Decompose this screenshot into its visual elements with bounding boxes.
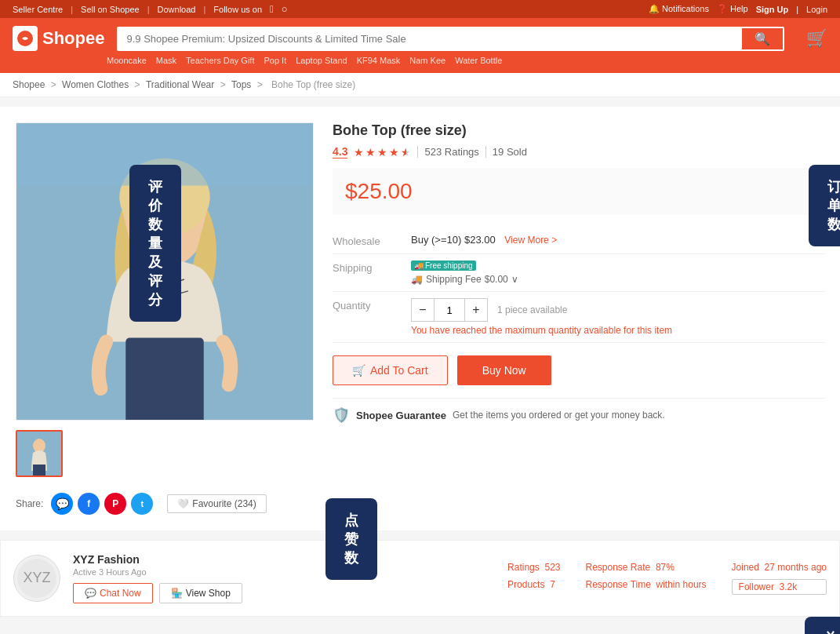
view-shop-label: View Shop — [186, 588, 231, 599]
follow-us-label: Follow us on — [213, 5, 262, 14]
qty-input[interactable] — [434, 299, 465, 321]
products-stat-value: 7 — [550, 579, 555, 590]
add-to-cart-button[interactable]: 🛒 Add To Cart — [333, 355, 448, 385]
thumbnail-row — [16, 430, 314, 477]
breadcrumb-women-clothes[interactable]: Women Clothes — [62, 79, 129, 90]
qty-increase-button[interactable]: + — [465, 299, 487, 321]
follower-value: 3.2k — [780, 581, 798, 592]
shipping-fee-row: 🚚 Shipping Fee $0.00 ∨ — [411, 274, 824, 285]
login-link[interactable]: Login — [806, 5, 827, 14]
free-ship-badge: 🚚 Free shipping — [411, 261, 476, 271]
qty-decrease-button[interactable]: − — [412, 299, 434, 321]
cart-icon[interactable]: 🛒 — [806, 28, 827, 49]
quantity-label: Quantity — [333, 298, 411, 312]
search-input[interactable] — [117, 27, 740, 51]
qty-control: − + — [411, 298, 488, 322]
response-time-stat: Response Time within hours — [585, 579, 706, 590]
product-main-image — [16, 122, 314, 421]
joined-stat: Joined 27 months ago — [732, 562, 827, 573]
quick-link-nam-kee[interactable]: Nam Kee — [409, 56, 445, 65]
header-links: Mooncake Mask Teachers Day Gift Pop It L… — [13, 56, 827, 65]
sold-count: 19 Sold — [485, 146, 527, 158]
breadcrumb-traditional-wear[interactable]: Traditional Wear — [146, 79, 214, 90]
messenger-share-icon[interactable]: 💬 — [51, 493, 73, 515]
signup-link[interactable]: Sign Up — [756, 5, 789, 14]
buy-now-button[interactable]: Buy Now — [457, 355, 551, 385]
favourite-label: Favourite (234) — [192, 498, 256, 509]
response-time-label: Response Time — [585, 579, 650, 590]
stat-col-3: Joined 27 months ago Follower 3.2k — [732, 562, 827, 595]
pinterest-share-icon[interactable]: P — [104, 493, 126, 515]
facebook-topbar-icon[interactable]:  — [270, 3, 274, 15]
guarantee-label: Shopee Guarantee — [356, 410, 446, 421]
facebook-share-icon[interactable]: f — [78, 493, 100, 515]
top-bar-right: 🔔 Notifications ❓ Help Sign Up | Login — [649, 4, 827, 14]
logo[interactable]: Shopee — [13, 26, 104, 51]
search-bar: 🔍 — [117, 27, 784, 51]
wholesale-label: Wholesale — [333, 234, 411, 247]
rating-score: 4.3 — [333, 145, 347, 158]
instagram-topbar-icon[interactable]: ○ — [282, 3, 288, 15]
product-title: Bohe Top (free size) — [333, 122, 824, 139]
response-rate-stat: Response Rate 87% — [585, 562, 706, 573]
quick-link-laptop-stand[interactable]: Laptop Stand — [296, 56, 347, 65]
shipping-fee-label: Shipping Fee — [426, 274, 482, 285]
breadcrumb-shopee[interactable]: Shopee — [13, 79, 45, 90]
ratings-stat: Ratings 523 — [507, 562, 560, 573]
quantity-value-section: − + 1 piece available You have reached t… — [411, 298, 824, 336]
search-button[interactable]: 🔍 — [740, 27, 784, 51]
download-link[interactable]: Download — [158, 5, 196, 14]
quick-link-water-bottle[interactable]: Water Bottle — [455, 56, 502, 65]
star-4: ★ — [389, 146, 399, 158]
shop-info: XYZ Fashion Active 3 Hours Ago 💬 Chat No… — [73, 553, 495, 603]
svg-rect-8 — [16, 123, 313, 186]
svg-text:XYZ: XYZ — [23, 570, 50, 585]
ratings-stat-value: 523 — [544, 562, 560, 573]
add-to-cart-label: Add To Cart — [370, 364, 428, 377]
quick-link-mooncake[interactable]: Mooncake — [107, 56, 147, 65]
breadcrumb: Shopee > Women Clothes > Traditional Wea… — [0, 73, 840, 97]
quick-link-mask[interactable]: Mask — [156, 56, 176, 65]
shop-name: XYZ Fashion — [73, 553, 495, 566]
chat-now-button[interactable]: 💬 Chat Now — [73, 583, 153, 603]
shipping-label: Shipping — [333, 261, 411, 274]
notifications-link[interactable]: 🔔 Notifications — [649, 4, 709, 14]
qty-available: 1 piece available — [497, 304, 567, 315]
logo-text: Shopee — [42, 28, 104, 49]
product-price: $25.00 — [345, 179, 413, 203]
sell-on-shopee-link[interactable]: Sell on Shopee — [81, 5, 140, 14]
star-3: ★ — [377, 146, 387, 158]
response-rate-label: Response Rate — [585, 562, 650, 573]
products-stat: Products 7 — [507, 579, 560, 590]
header-main: Shopee 🔍 🛒 — [13, 26, 827, 51]
svg-rect-11 — [33, 465, 45, 476]
free-shipping: 🚚 Free shipping — [411, 261, 824, 271]
quick-link-kf94-mask[interactable]: KF94 Mask — [357, 56, 401, 65]
help-link[interactable]: ❓ Help — [717, 4, 748, 14]
twitter-share-icon[interactable]: t — [131, 493, 153, 515]
wholesale-row: Wholesale Buy (>=10) $23.00 View More > — [333, 228, 824, 254]
favourite-button[interactable]: 🤍 Favourite (234) — [167, 494, 266, 513]
quick-link-pop-it[interactable]: Pop It — [264, 56, 286, 65]
joined-label: Joined — [732, 562, 759, 573]
main-content: Share: 💬 f P t 🤍 Favourite (234) Bohe To… — [0, 107, 840, 530]
shipping-fee-value: $0.00 — [485, 274, 508, 285]
response-time-value: within hours — [656, 579, 707, 590]
view-shop-button[interactable]: 🏪 View Shop — [159, 583, 242, 603]
action-buttons: 🛒 Add To Cart Buy Now — [333, 355, 824, 385]
joined-value: 27 months ago — [765, 562, 827, 573]
share-icons: 💬 f P t — [51, 493, 153, 515]
quick-link-teachers-day-gift[interactable]: Teachers Day Gift — [186, 56, 254, 65]
shopee-guarantee: 🛡️ Shopee Guarantee Get the items you or… — [333, 398, 824, 432]
star-2: ★ — [365, 146, 376, 158]
svg-point-7 — [173, 209, 180, 217]
wholesale-view-more[interactable]: View More > — [504, 235, 557, 246]
free-ship-text: Free shipping — [425, 261, 473, 270]
response-rate-value: 87% — [656, 562, 675, 573]
follower-stat: Follower 3.2k — [732, 579, 827, 595]
header: Shopee 🔍 🛒 Mooncake Mask Teachers Day Gi… — [0, 18, 840, 73]
thumbnail-1[interactable] — [16, 430, 63, 477]
seller-centre-link[interactable]: Seller Centre — [13, 5, 63, 14]
breadcrumb-tops[interactable]: Tops — [231, 79, 251, 90]
stars: ★ ★ ★ ★ ★★ — [354, 146, 411, 158]
